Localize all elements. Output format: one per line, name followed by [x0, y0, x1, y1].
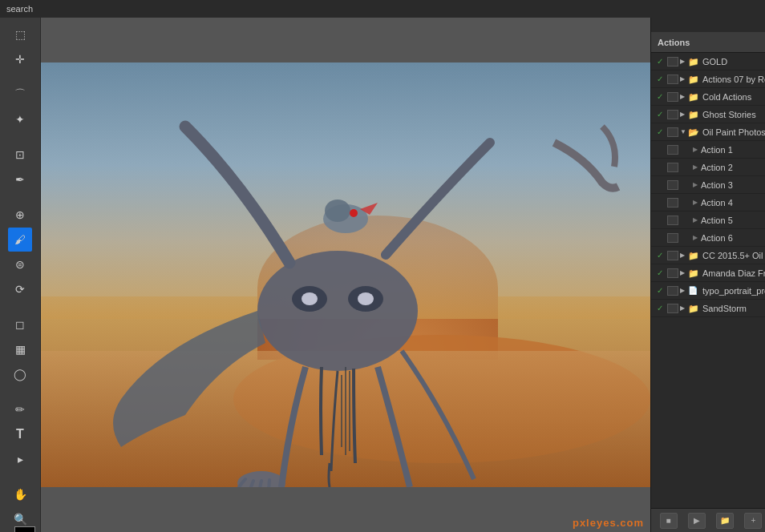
heal-tool[interactable]: ⊕: [8, 203, 32, 227]
app-menu[interactable]: search: [6, 4, 33, 14]
history-tool[interactable]: ⟳: [8, 277, 32, 301]
action-name: SandStorm: [702, 304, 765, 313]
canvas-area: pxleyes.com: [41, 18, 650, 532]
new-action-button[interactable]: +: [744, 513, 762, 529]
type-tool[interactable]: T: [8, 422, 32, 446]
magic-wand-tool[interactable]: ✦: [8, 107, 32, 131]
action-name: Cold Actions: [702, 92, 765, 102]
folder-icon: 📁: [688, 110, 701, 119]
folder-icon: 📁: [688, 57, 701, 66]
action-visibility[interactable]: [667, 180, 678, 190]
action-name: Action 1: [701, 145, 765, 155]
action-expand-triangle[interactable]: ▶: [680, 93, 686, 100]
action-expand-triangle[interactable]: ▶: [693, 163, 699, 171]
action-visibility[interactable]: [667, 268, 678, 278]
actions-list: ✓▶📁GOLD✓▶📁Actions 07 by ReehBR✓▶📁Cold Ac…: [651, 53, 765, 508]
action-row[interactable]: ✓▶📁Actions 07 by ReehBR: [651, 71, 765, 88]
action-name: Action 4: [701, 198, 765, 208]
action-visibility[interactable]: [667, 233, 678, 243]
action-row[interactable]: ▶Action 2: [651, 159, 765, 176]
folder-icon: 📄: [688, 286, 701, 296]
action-name: Amanda Diaz Free Ac...: [702, 268, 765, 278]
action-visibility[interactable]: [667, 163, 678, 172]
crop-tool[interactable]: ⊡: [8, 143, 32, 167]
action-visibility[interactable]: [667, 110, 678, 119]
move-tool[interactable]: ✛: [8, 47, 32, 71]
action-row[interactable]: ✓▶📁SandStorm: [651, 300, 765, 317]
panel-header: Actions ✕ ≡: [651, 32, 765, 53]
eraser-tool[interactable]: ◻: [8, 312, 32, 337]
action-row[interactable]: ✓▶📁GOLD: [651, 53, 765, 71]
action-row[interactable]: ▶Action 6: [651, 229, 765, 247]
action-visibility[interactable]: [667, 92, 678, 102]
action-visibility[interactable]: [667, 127, 678, 137]
action-row[interactable]: ▶Action 3: [651, 176, 765, 194]
action-visibility[interactable]: [667, 216, 678, 225]
action-expand-triangle[interactable]: ▶: [693, 216, 699, 224]
tool-group-vector: ✏ T ▸: [8, 397, 32, 471]
folder-icon: 📁: [688, 92, 701, 102]
action-expand-triangle[interactable]: ▶: [693, 199, 699, 206]
action-row[interactable]: ✓▶📄typo_portrait_pro: [651, 282, 765, 300]
action-visibility[interactable]: [667, 57, 678, 66]
action-check: ✓: [654, 75, 666, 83]
new-folder-button[interactable]: 📁: [716, 513, 734, 529]
action-row[interactable]: ▶Action 5: [651, 212, 765, 229]
canvas-image: [41, 62, 650, 487]
pen-tool[interactable]: ✏: [8, 397, 32, 421]
action-expand-triangle[interactable]: ▶: [680, 252, 686, 259]
action-name: Action 6: [701, 233, 765, 243]
action-expand-triangle[interactable]: ▶: [693, 146, 699, 153]
action-expand-triangle[interactable]: ▶: [680, 58, 686, 65]
clone-tool[interactable]: ⊜: [8, 252, 32, 276]
action-row[interactable]: ✓▶📁Ghost Stories: [651, 106, 765, 123]
action-row[interactable]: ✓▶📁Amanda Diaz Free Ac...: [651, 264, 765, 282]
play-button[interactable]: ▶: [688, 513, 706, 529]
folder-icon: 📁: [688, 75, 701, 84]
action-expand-triangle[interactable]: ▶: [680, 269, 686, 276]
action-visibility[interactable]: [667, 304, 678, 313]
action-expand-triangle[interactable]: ▶: [680, 75, 686, 83]
action-expand-triangle[interactable]: ▶: [693, 234, 699, 241]
action-row[interactable]: ✓▶📁Cold Actions: [651, 88, 765, 106]
action-visibility[interactable]: [667, 145, 678, 155]
action-visibility[interactable]: [667, 75, 678, 84]
action-visibility[interactable]: [667, 286, 678, 296]
action-expand-triangle[interactable]: ▶: [680, 287, 686, 294]
action-check: ✓: [654, 251, 666, 260]
toolbar: ⬚ ✛ ⌒ ✦ ⊡ ✒ ⊕ 🖌 ⊜ ⟳ ◻ ▦ ◯ ✏ T ▸: [0, 18, 41, 532]
lasso-tool[interactable]: ⌒: [8, 83, 32, 107]
background-color[interactable]: [14, 526, 35, 532]
path-select-tool[interactable]: ▸: [8, 447, 32, 471]
action-name: Ghost Stories: [702, 110, 765, 119]
panel-top-bar: ≫: [651, 18, 765, 32]
action-name: typo_portrait_pro: [702, 286, 765, 296]
tool-group-crop: ⊡ ✒: [8, 143, 32, 191]
tool-group-draw: ⌒ ✦: [8, 83, 32, 131]
action-row[interactable]: ✓▼📂Oil Paint Photoshop ...: [651, 123, 765, 141]
action-row[interactable]: ▶Action 4: [651, 194, 765, 212]
actions-bottom-toolbar: ■ ▶ 📁 + 🗑: [651, 508, 765, 532]
action-visibility[interactable]: [667, 251, 678, 260]
action-expand-triangle[interactable]: ▶: [693, 181, 699, 188]
action-expand-triangle[interactable]: ▶: [680, 111, 686, 118]
desert-dune: [257, 216, 498, 360]
brush-tool[interactable]: 🖌: [8, 228, 32, 252]
action-row[interactable]: ✓▶📁CC 2015.5+ Oil Paint...: [651, 247, 765, 264]
gradient-tool[interactable]: ▦: [8, 337, 32, 361]
hand-tool[interactable]: ✋: [8, 482, 32, 506]
tool-group-fill: ◻ ▦ ◯: [8, 312, 32, 386]
stop-button[interactable]: ■: [660, 513, 678, 529]
eyedropper-tool[interactable]: ✒: [8, 167, 32, 191]
tool-group-retouch: ⊕ 🖌 ⊜ ⟳: [8, 203, 32, 301]
action-name: GOLD: [702, 57, 765, 66]
action-expand-triangle[interactable]: ▶: [680, 304, 686, 312]
action-row[interactable]: ▶Action 1: [651, 141, 765, 159]
folder-icon: 📁: [688, 304, 701, 313]
action-expand-triangle[interactable]: ▼: [680, 128, 686, 135]
action-visibility[interactable]: [667, 198, 678, 208]
action-name: Action 5: [701, 216, 765, 225]
dodge-tool[interactable]: ◯: [8, 362, 32, 386]
marquee-tool[interactable]: ⬚: [8, 22, 32, 46]
tool-group-nav: ✋ 🔍: [8, 482, 32, 531]
